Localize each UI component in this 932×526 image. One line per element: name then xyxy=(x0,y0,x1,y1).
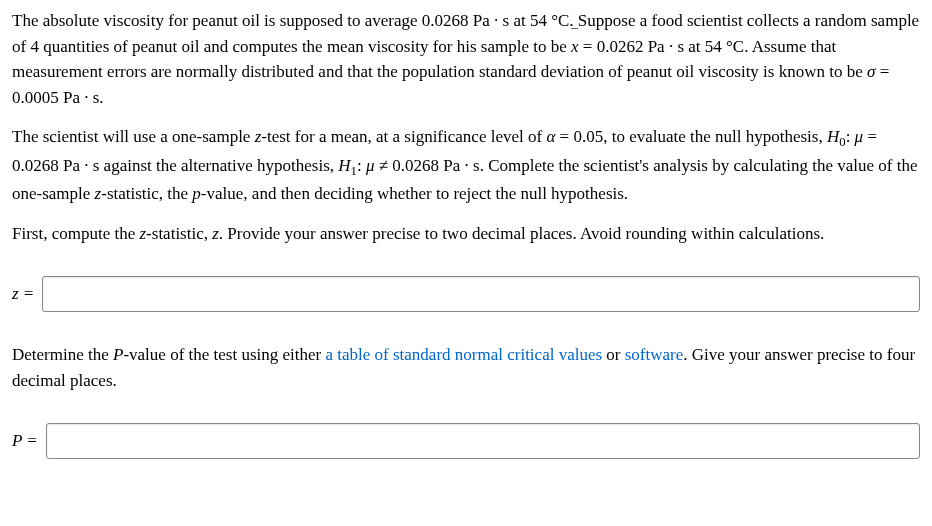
problem-paragraph-3: First, compute the z-statistic, z. Provi… xyxy=(12,221,920,247)
x-bar-symbol: x xyxy=(571,34,579,60)
software-link[interactable]: software xyxy=(625,345,684,364)
text: -test for a mean, at a significance leve… xyxy=(261,127,546,146)
text: The scientist will use a one-sample xyxy=(12,127,255,146)
text: . Provide your answer precise to two dec… xyxy=(219,224,824,243)
z-symbol: z xyxy=(212,224,219,243)
p-symbol: p xyxy=(192,184,201,203)
problem-paragraph-1: The absolute viscosity for peanut oil is… xyxy=(12,8,920,110)
text: : xyxy=(357,156,366,175)
problem-paragraph-4: Determine the P-value of the test using … xyxy=(12,342,920,393)
text: -value, and then deciding whether to rej… xyxy=(201,184,628,203)
mu-symbol: μ xyxy=(855,127,864,146)
alpha-symbol: α xyxy=(546,127,555,146)
text: -statistic, xyxy=(146,224,212,243)
text: or xyxy=(602,345,625,364)
text: = 0.05, to evaluate the null hypothesis, xyxy=(555,127,827,146)
p-value-symbol: P xyxy=(113,345,123,364)
p-value-input[interactable] xyxy=(46,423,920,459)
normal-table-link[interactable]: a table of standard normal critical valu… xyxy=(325,345,602,364)
h0-symbol: H xyxy=(827,127,839,146)
text: Determine the xyxy=(12,345,113,364)
p-input-row: P = xyxy=(12,423,920,459)
z-input-label: z = xyxy=(12,281,34,307)
text: First, compute the xyxy=(12,224,139,243)
text: : xyxy=(846,127,855,146)
text: -statistic, the xyxy=(101,184,192,203)
text: -value of the test using either xyxy=(123,345,325,364)
h1-symbol: H xyxy=(338,156,350,175)
problem-paragraph-2: The scientist will use a one-sample z-te… xyxy=(12,124,920,207)
z-input-row: z = xyxy=(12,276,920,312)
p-input-label: P = xyxy=(12,428,38,454)
z-statistic-input[interactable] xyxy=(42,276,920,312)
